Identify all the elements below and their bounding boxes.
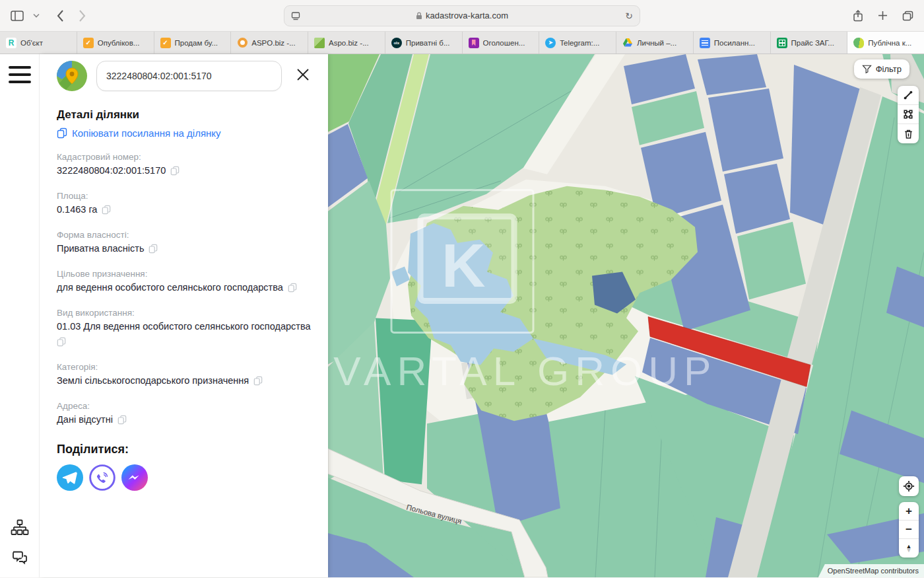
funnel-icon xyxy=(862,64,872,74)
tab-docs[interactable]: Посиланн... xyxy=(694,32,771,54)
chevron-down-icon[interactable] xyxy=(33,13,40,18)
tab-pryvatni[interactable]: olxПриватні б... xyxy=(385,32,463,54)
watermark-text: KVARTAL GROUP xyxy=(328,348,717,394)
filter-button[interactable]: Фільтр xyxy=(854,59,909,79)
field-use-type: Вид використання: 01.03 Для ведення особ… xyxy=(57,308,311,349)
svg-text:K: K xyxy=(442,232,485,299)
copy-icon[interactable] xyxy=(117,415,127,427)
address-bar[interactable]: kadastrova-karta.com ↻ xyxy=(284,5,640,26)
copy-icon[interactable] xyxy=(148,244,158,256)
map-viewport[interactable]: Польова вулиця K KVARTAL GROUP Фільтр xyxy=(328,54,924,577)
telegram-favicon: ➤ xyxy=(545,38,556,48)
field-area: Площа: 0.1463 га xyxy=(57,191,311,217)
menu-hamburger-icon[interactable] xyxy=(9,66,31,83)
tab-publichna-karta-active[interactable]: Публічна к... xyxy=(847,32,924,54)
parcel-details-panel: Деталі ділянки Копіювати посилання на ді… xyxy=(40,54,328,577)
zoom-out-button[interactable]: − xyxy=(899,521,919,539)
tab-strip: RОб'єкт ✓Опубліков... ✓Продам бу... ASPO… xyxy=(0,32,924,54)
share-telegram-button[interactable] xyxy=(57,464,83,491)
olx-favicon: olx xyxy=(391,38,402,48)
tilt-reset-button[interactable]: ▲▼ xyxy=(899,539,919,558)
tab-aspo-1[interactable]: ASPO.biz -... xyxy=(231,32,308,54)
copy-icon[interactable] xyxy=(102,205,111,217)
delete-measurement-button[interactable] xyxy=(898,124,919,143)
cadastral-search-input[interactable] xyxy=(96,61,282,91)
google-sheets-favicon xyxy=(777,38,787,48)
copy-icon[interactable] xyxy=(288,283,297,295)
tab-price[interactable]: Прайс ЗАГ... xyxy=(771,32,848,54)
sitemap-icon[interactable] xyxy=(11,519,29,539)
google-docs-favicon xyxy=(700,38,710,48)
copy-icon[interactable] xyxy=(170,166,180,178)
sidebar-toggle-icon[interactable] xyxy=(11,11,24,21)
map-canvas[interactable]: Польова вулиця K KVARTAL GROUP xyxy=(328,54,924,577)
zoom-in-button[interactable]: + xyxy=(899,502,919,521)
tab-oholoshen[interactable]: Оголошен... xyxy=(463,32,540,54)
kadastr-logo[interactable] xyxy=(57,61,87,91)
reload-icon[interactable]: ↻ xyxy=(625,11,633,21)
forward-button[interactable] xyxy=(79,10,86,22)
back-button[interactable] xyxy=(57,10,64,22)
field-ownership: Форма власності: Приватна власність xyxy=(57,230,311,256)
copy-parcel-link[interactable]: Копіювати посилання на ділянку xyxy=(57,127,311,139)
lock-icon xyxy=(416,12,422,20)
browser-toolbar: kadastrova-karta.com ↻ xyxy=(0,0,924,32)
tab-prodam[interactable]: ✓Продам бу... xyxy=(154,32,232,54)
google-drive-favicon xyxy=(622,38,633,48)
share-messenger-button[interactable] xyxy=(121,464,148,491)
tab-overview-icon[interactable] xyxy=(902,11,913,21)
locate-me-button[interactable] xyxy=(899,476,919,496)
left-icon-strip xyxy=(0,54,40,577)
close-icon[interactable] xyxy=(295,67,311,85)
tab-telegram[interactable]: ➤Telegram:... xyxy=(539,32,616,54)
details-heading: Деталі ділянки xyxy=(57,108,311,122)
copy-icon[interactable] xyxy=(57,337,66,349)
kadastr-favicon xyxy=(853,38,864,48)
measure-area-button[interactable] xyxy=(898,105,919,124)
aspo-favicon xyxy=(238,38,248,48)
copy-icon[interactable] xyxy=(253,376,263,388)
url-text: kadastrova-karta.com xyxy=(426,11,508,20)
green-map-favicon xyxy=(314,38,325,48)
tab-aspo-2[interactable]: Aspo.biz -... xyxy=(308,32,385,54)
field-address: Адреса: Дані відсутні xyxy=(57,401,311,427)
map-attribution: OpenStreetMap contributors xyxy=(818,564,924,577)
field-purpose: Цільове призначення: для ведення особист… xyxy=(57,269,311,295)
share-icon[interactable] xyxy=(853,10,863,22)
new-tab-icon[interactable] xyxy=(878,11,888,20)
share-heading: Поділитися: xyxy=(57,443,311,456)
field-cadastral-number: Кадастровий номер: 3222480804:02:001:517… xyxy=(57,152,311,178)
zoom-control-stack: + − ▲▼ xyxy=(899,502,919,558)
tab-drive[interactable]: Личный –... xyxy=(616,32,694,54)
rieltor-favicon: R xyxy=(6,38,16,48)
orange-check-favicon: ✓ xyxy=(83,38,94,48)
tab-opublikov[interactable]: ✓Опубліков... xyxy=(77,32,154,54)
orange-check-favicon: ✓ xyxy=(160,38,171,48)
copy-icon xyxy=(57,127,67,139)
page-settings-icon[interactable] xyxy=(291,11,300,20)
purple-bookmark-favicon xyxy=(469,38,479,48)
measure-distance-button[interactable] xyxy=(898,86,919,105)
field-category: Категорія: Землі сільськогосподарського … xyxy=(57,362,311,388)
tab-obiekt[interactable]: RОб'єкт xyxy=(0,32,77,54)
map-tool-stack xyxy=(898,86,919,143)
share-viber-button[interactable] xyxy=(89,464,116,491)
chat-icon[interactable] xyxy=(11,550,28,568)
